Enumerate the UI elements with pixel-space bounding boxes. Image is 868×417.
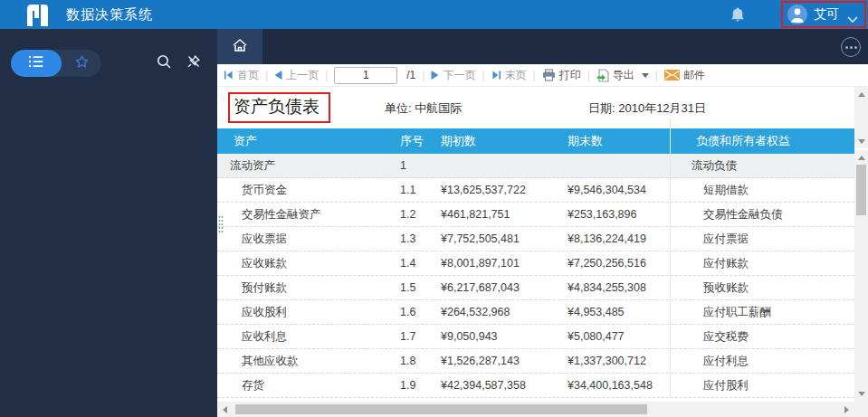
cell-liability-name: 短期借款 (670, 178, 854, 202)
vertical-scroll-thumb[interactable] (856, 165, 866, 215)
mail-button[interactable]: 邮件 (664, 68, 705, 83)
column-header-end: 期末数 (568, 128, 670, 154)
cell-asset-name: 存货 (217, 374, 400, 397)
next-page-icon (431, 71, 439, 80)
export-dropdown-caret[interactable] (642, 73, 649, 78)
cell-serial-no: 1.2 (400, 203, 441, 226)
cell-asset-name: 应收利息 (217, 325, 400, 348)
cell-asset-name: 交易性金融资产 (217, 203, 400, 226)
table-header-row: 资产 序号 期初数 期末数 负债和所有者权益 (217, 128, 854, 154)
column-header-liabilities: 负债和所有者权益 (670, 128, 854, 154)
app-logo-icon (25, 3, 50, 26)
cell-begin-balance: ¥6,217,687,043 (441, 276, 568, 299)
cell-end-balance: ¥1,337,300,712 (568, 349, 670, 373)
cell-serial-no: 1.9 (400, 374, 441, 397)
page-number-input[interactable] (334, 67, 397, 84)
vertical-scrollbar[interactable] (854, 87, 868, 402)
top-navbar: 数据决策系统 艾可 (0, 0, 868, 29)
report-unit: 单位: 中航国际 (385, 100, 462, 117)
horizontal-scroll-thumb[interactable] (235, 404, 647, 414)
print-icon (542, 69, 556, 81)
horizontal-scrollbar[interactable] (217, 402, 854, 417)
tab-overflow-menu[interactable] (841, 37, 861, 57)
print-button[interactable]: 打印 (542, 68, 581, 83)
tab-bar (217, 29, 868, 64)
pin-off-icon[interactable] (186, 53, 202, 70)
cell-liability-name: 预收账款 (670, 276, 854, 299)
scrollbar-corner (854, 402, 868, 417)
cell-end-balance: ¥5,080,477 (568, 325, 670, 348)
table-body: 流动资产 1 流动负债 货币资金 1.1 ¥13,625,537,722 ¥9,… (217, 154, 854, 402)
report-title: 资产负债表 (234, 95, 320, 118)
topbar-actions: 艾可 (730, 1, 868, 28)
notification-bell-icon[interactable] (730, 6, 745, 23)
cell-serial-no: 1.3 (400, 227, 441, 251)
scroll-down-arrow[interactable] (854, 136, 868, 147)
app-title: 数据决策系统 (66, 6, 153, 24)
cell-begin-balance: ¥9,050,943 (441, 325, 568, 348)
prev-page-icon (274, 71, 282, 80)
report-toolbar: 首页 | 上一页 | /1 | 下一页 | 末页 | (217, 64, 868, 87)
ellipsis-dot (845, 46, 848, 49)
cell-asset-name: 其他应收款 (217, 349, 400, 373)
chevron-down-icon (847, 11, 858, 18)
next-page-button[interactable]: 下一页 (431, 68, 475, 83)
cell-serial-no: 1.6 (400, 300, 441, 324)
cell-asset-name: 流动资产 (217, 154, 400, 177)
export-button[interactable]: 导出 (596, 68, 649, 83)
search-icon[interactable] (156, 53, 172, 70)
cell-liability-name: 应付票据 (670, 227, 854, 251)
user-menu[interactable]: 艾可 (781, 1, 866, 28)
list-icon (28, 55, 44, 71)
scroll-up-arrow[interactable] (854, 89, 868, 100)
cell-liability-name: 应付利息 (670, 349, 854, 373)
table-scroll-up-arrow[interactable] (854, 152, 868, 164)
cell-liability-name: 应交税费 (670, 325, 854, 348)
table-row: 其他应收款 1.8 ¥1,526,287,143 ¥1,337,300,712 … (217, 349, 854, 374)
cell-serial-no: 1 (400, 154, 441, 177)
sidebar-tools (156, 53, 202, 70)
scroll-left-arrow[interactable] (219, 402, 231, 417)
cell-asset-name: 应收票据 (217, 227, 400, 251)
table-scroll-down-arrow[interactable] (854, 388, 868, 400)
cell-begin-balance: ¥8,001,897,101 (441, 251, 568, 275)
cell-begin-balance: ¥42,394,587,358 (441, 374, 568, 397)
cell-end-balance: ¥4,953,485 (568, 300, 670, 324)
table-row: 交易性金融资产 1.2 ¥461,821,751 ¥253,163,896 交易… (217, 203, 854, 227)
column-header-assets: 资产 (217, 128, 400, 154)
mail-icon (664, 70, 680, 81)
last-page-button[interactable]: 末页 (491, 68, 527, 83)
cell-end-balance (568, 154, 670, 177)
cell-begin-balance: ¥1,526,287,143 (441, 349, 568, 373)
first-page-button[interactable]: 首页 (224, 68, 259, 83)
cell-end-balance: ¥9,546,304,534 (568, 178, 670, 202)
cell-asset-name: 应收账款 (217, 251, 400, 275)
favorites-tab[interactable] (62, 50, 101, 77)
directory-tab[interactable] (11, 50, 62, 77)
ellipsis-dot (854, 46, 857, 49)
app-window: 数据决策系统 艾可 (0, 0, 868, 417)
table-row: 应收票据 1.3 ¥7,752,505,481 ¥8,136,224,419 应… (217, 227, 854, 251)
cell-serial-no: 1.5 (400, 276, 441, 299)
first-page-icon (224, 71, 234, 80)
column-header-no: 序号 (400, 128, 441, 154)
tab-home[interactable] (217, 29, 262, 64)
table-row: 应收利息 1.7 ¥9,050,943 ¥5,080,477 应交税费 (217, 325, 854, 349)
cell-asset-name: 预付账款 (217, 276, 400, 299)
ellipsis-dot (850, 46, 853, 49)
table-row: 预付账款 1.5 ¥6,217,687,043 ¥4,834,255,308 预… (217, 276, 854, 300)
scroll-right-arrow[interactable] (841, 402, 853, 417)
pane-drag-grip[interactable] (218, 215, 224, 235)
table-row: 存货 1.9 ¥42,394,587,358 ¥34,400,163,548 应… (217, 374, 854, 398)
report-viewport: 资产负债表 单位: 中航国际 日期: 2010年12月31日 资产 序号 期初数… (217, 87, 868, 417)
prev-page-button[interactable]: 上一页 (274, 68, 319, 83)
sidebar (0, 29, 217, 417)
cell-liability-name: 应付职工薪酬 (670, 300, 854, 324)
cell-liability-name: 应付账款 (670, 251, 854, 275)
cell-asset-name: 货币资金 (217, 178, 400, 202)
star-icon (74, 54, 90, 73)
cell-liability-name: 应付股利 (670, 374, 854, 397)
cell-begin-balance (441, 154, 568, 177)
cell-end-balance: ¥253,163,896 (568, 203, 670, 226)
table-row: 货币资金 1.1 ¥13,625,537,722 ¥9,546,304,534 … (217, 178, 854, 203)
